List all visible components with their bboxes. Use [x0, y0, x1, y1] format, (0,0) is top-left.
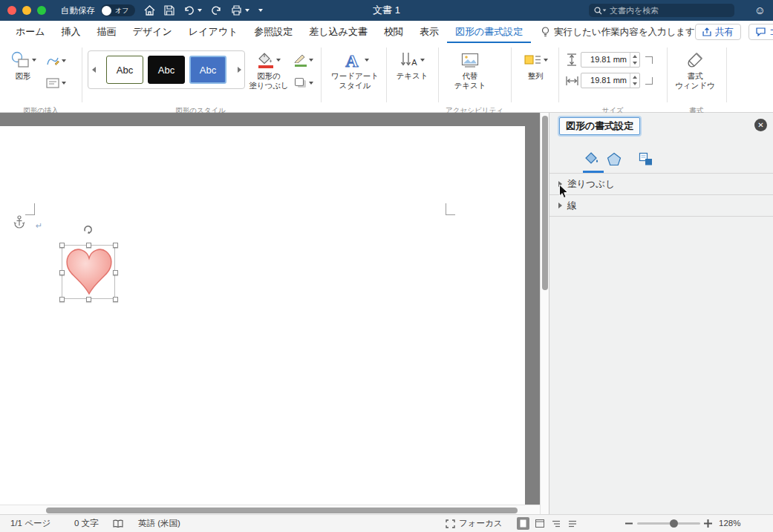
feedback-smiley-icon[interactable]: ☺	[754, 4, 766, 17]
height-step-up-icon[interactable]	[630, 53, 639, 60]
shape-fill-dropdown-icon[interactable]	[276, 59, 281, 62]
width-step-down-icon[interactable]	[630, 81, 639, 88]
shape-effects-dropdown-icon[interactable]	[309, 82, 313, 85]
shape-selection-box[interactable]	[62, 245, 115, 299]
tab-review[interactable]: 校閲	[376, 21, 411, 43]
save-icon[interactable]	[164, 5, 175, 16]
focus-icon[interactable]	[446, 519, 455, 528]
vertical-scrollbar-thumb[interactable]	[542, 116, 548, 290]
language-indicator[interactable]: 英語 (米国)	[138, 515, 180, 532]
horizontal-scrollbar[interactable]	[0, 505, 540, 514]
rotation-handle-icon[interactable]	[82, 224, 94, 235]
tab-shape-format[interactable]: 図形の書式設定	[447, 21, 531, 43]
tab-mailings[interactable]: 差し込み文書	[301, 21, 376, 43]
horizontal-scrollbar-thumb[interactable]	[46, 508, 518, 513]
wordart-styles-button[interactable]: A ワードアート スタイル	[328, 49, 382, 91]
shapes-dropdown-icon[interactable]	[32, 59, 36, 62]
expand-line-icon[interactable]	[558, 203, 562, 208]
print-layout-view-button[interactable]	[517, 517, 529, 530]
section-fill[interactable]: 塗りつぶし	[549, 174, 773, 194]
shape-style-option-3[interactable]: Abc	[189, 56, 226, 84]
tab-references[interactable]: 参照設定	[246, 21, 301, 43]
resize-handle-nw[interactable]	[59, 243, 65, 248]
shape-style-option-2[interactable]: Abc	[148, 56, 185, 84]
undo-icon[interactable]	[183, 5, 202, 16]
gallery-prev-icon[interactable]	[88, 67, 99, 73]
resize-handle-w[interactable]	[59, 270, 65, 275]
page-indicator[interactable]: 1/1 ページ	[10, 515, 50, 532]
format-pane-button[interactable]: 書式 ウィンドウ	[673, 49, 717, 91]
document-canvas[interactable]: ↵	[0, 113, 549, 514]
zoom-slider-thumb[interactable]	[670, 519, 678, 528]
arrange-dropdown-icon[interactable]	[544, 59, 548, 62]
minimize-window-button[interactable]	[22, 6, 31, 15]
autosave-toggle[interactable]: オフ	[101, 4, 135, 16]
resize-handle-s[interactable]	[86, 297, 91, 302]
print-icon[interactable]	[231, 5, 249, 16]
zoom-in-icon[interactable]	[704, 519, 712, 528]
draft-view-button[interactable]	[566, 517, 578, 530]
pane-tab-effects[interactable]	[604, 148, 624, 169]
shape-outline-dropdown-icon[interactable]	[309, 59, 313, 62]
print-dropdown-icon[interactable]	[245, 9, 249, 12]
insert-shape-button[interactable]: 図形	[6, 49, 40, 81]
shape-width-field[interactable]: 19.81 mm	[581, 73, 640, 88]
tell-me-box[interactable]: 実行したい作業内容を入力します	[541, 26, 695, 39]
resize-handle-n[interactable]	[86, 243, 91, 248]
comments-button[interactable]: コメント	[748, 24, 773, 40]
search-input[interactable]	[610, 6, 714, 15]
text-box-dropdown-icon[interactable]	[62, 82, 66, 85]
pane-tab-fill-line[interactable]	[582, 148, 601, 169]
shape-effects-button[interactable]	[294, 77, 313, 88]
text-box-button[interactable]	[46, 77, 66, 89]
redo-icon[interactable]	[211, 5, 222, 16]
search-box[interactable]	[589, 4, 734, 17]
resize-handle-se[interactable]	[113, 297, 118, 302]
tab-design[interactable]: デザイン	[125, 21, 180, 43]
word-count[interactable]: 0 文字	[74, 515, 99, 532]
search-scope-dropdown-icon[interactable]	[603, 9, 607, 11]
shape-height-field[interactable]: 19.81 mm	[581, 52, 640, 68]
height-step-down-icon[interactable]	[630, 60, 639, 68]
shape-outline-button[interactable]	[294, 53, 313, 67]
pane-tab-layout-properties[interactable]	[636, 148, 656, 169]
undo-dropdown-icon[interactable]	[198, 9, 202, 12]
toolbar-options-icon[interactable]	[258, 9, 263, 12]
pane-close-button[interactable]: ✕	[754, 119, 767, 131]
proofing-icon[interactable]	[113, 519, 123, 528]
fullscreen-window-button[interactable]	[37, 6, 46, 15]
shape-height-value[interactable]: 19.81 mm	[581, 53, 630, 67]
tab-layout[interactable]: レイアウト	[180, 21, 247, 43]
arrange-button[interactable]: 整列	[517, 49, 554, 81]
gallery-next-icon[interactable]	[234, 67, 244, 73]
zoom-out-icon[interactable]	[625, 522, 633, 525]
wordart-dropdown-icon[interactable]	[365, 59, 369, 62]
section-line[interactable]: 線	[549, 195, 773, 216]
tab-view[interactable]: 表示	[411, 21, 447, 43]
edit-shape-dropdown-icon[interactable]	[62, 59, 66, 62]
text-direction-dropdown-icon[interactable]	[420, 59, 425, 62]
shape-fill-button[interactable]: 図形の 塗りつぶし	[248, 49, 290, 91]
home-icon[interactable]	[144, 5, 155, 16]
close-window-button[interactable]	[7, 6, 16, 15]
resize-handle-ne[interactable]	[113, 243, 118, 248]
shape-style-option-1[interactable]: Abc	[106, 56, 143, 84]
zoom-percentage[interactable]: 128%	[719, 515, 740, 532]
tab-insert[interactable]: 挿入	[53, 21, 89, 43]
heart-shape[interactable]	[62, 246, 116, 300]
outline-view-button[interactable]	[549, 517, 562, 530]
resize-handle-e[interactable]	[113, 270, 118, 275]
tab-home[interactable]: ホーム	[7, 21, 53, 43]
share-button[interactable]: 共有	[695, 24, 741, 40]
focus-label[interactable]: フォーカス	[459, 515, 503, 532]
alt-text-button[interactable]: 代替 テキスト	[449, 49, 492, 91]
web-layout-view-button[interactable]	[533, 517, 546, 530]
edit-shape-button[interactable]	[46, 55, 66, 67]
shape-width-value[interactable]: 19.81 mm	[581, 73, 630, 88]
width-step-up-icon[interactable]	[630, 73, 639, 81]
zoom-slider[interactable]	[637, 522, 700, 525]
vertical-scrollbar[interactable]	[540, 113, 549, 514]
resize-handle-sw[interactable]	[59, 297, 65, 302]
tab-draw[interactable]: 描画	[89, 21, 125, 43]
text-direction-button[interactable]: A テキスト	[391, 49, 434, 81]
